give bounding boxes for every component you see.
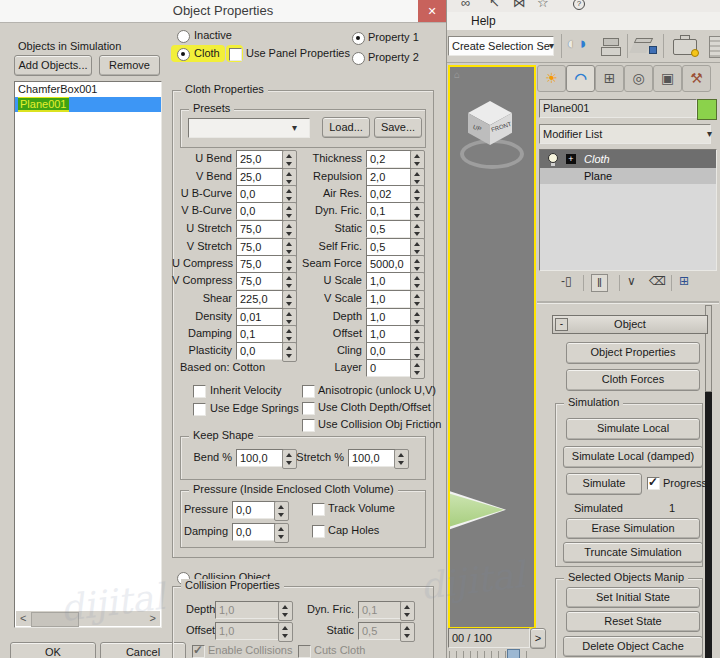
track-volume-checkbox[interactable]	[312, 503, 325, 516]
param-field[interactable]: 25,0	[236, 150, 286, 168]
layer-manager-icon[interactable]	[634, 38, 653, 43]
collapse-minus-icon[interactable]: -	[555, 318, 568, 331]
param-field[interactable]: 0,0	[236, 185, 286, 203]
scroll-left-icon[interactable]: <	[20, 611, 26, 626]
param-field[interactable]: 2,0	[366, 168, 414, 186]
add-objects-button[interactable]: Add Objects...	[14, 55, 92, 76]
property2-radio[interactable]	[352, 52, 365, 65]
collision-static-field[interactable]: 0,5	[358, 622, 404, 640]
tab-create[interactable]: ☀	[537, 65, 566, 92]
cloth-radio[interactable]	[177, 48, 190, 61]
tab-display[interactable]: ▣	[653, 65, 682, 92]
tab-hierarchy[interactable]: ⊞	[595, 65, 624, 92]
list-item[interactable]: ChamferBox001	[15, 82, 161, 97]
spinner[interactable]	[410, 272, 425, 292]
param-field[interactable]: 0,5	[366, 238, 414, 256]
spinner[interactable]	[410, 359, 425, 379]
dialog-titlebar[interactable]: Object Properties ✕	[0, 0, 446, 23]
align-icon[interactable]	[603, 38, 619, 46]
stretch-field[interactable]: 100,0	[348, 449, 400, 467]
pressure-damping-field[interactable]: 0,0	[232, 523, 280, 541]
unlink-selection-icon[interactable]: ↖	[489, 0, 500, 10]
bend-field[interactable]: 100,0	[236, 449, 288, 467]
use-collision-obj-friction-checkbox[interactable]	[302, 419, 315, 432]
param-field[interactable]: 25,0	[236, 168, 286, 186]
param-field[interactable]: 75,0	[236, 238, 286, 256]
expand-plus-icon[interactable]: +	[566, 154, 576, 164]
modifier-on-off-bulb-icon[interactable]	[548, 153, 558, 163]
inherit-velocity-checkbox[interactable]	[193, 385, 206, 398]
use-edge-springs-checkbox[interactable]	[193, 403, 206, 416]
select-and-link-icon[interactable]: ∞	[461, 0, 470, 10]
object-name-field[interactable]: Plane001	[539, 99, 697, 118]
menu-help[interactable]: Help	[471, 14, 496, 28]
tab-motion[interactable]: ◎	[624, 65, 653, 92]
configure-modifier-sets-icon[interactable]: ⊞	[679, 274, 689, 288]
param-field[interactable]: 0,0	[236, 202, 286, 220]
pressure-field[interactable]: 0,0	[232, 501, 280, 519]
param-field[interactable]: 0,1	[366, 202, 414, 220]
param-field[interactable]: 75,0	[236, 272, 286, 290]
modifier-stack-plane-row[interactable]: Plane	[540, 168, 716, 184]
track-bar[interactable]	[449, 651, 533, 658]
spinner[interactable]	[394, 449, 409, 469]
set-initial-state-button[interactable]: Set Initial State	[566, 587, 700, 608]
object-color-swatch[interactable]	[697, 99, 717, 120]
spinner[interactable]	[410, 220, 425, 240]
track-bar-thumb[interactable]	[507, 649, 520, 658]
param-field[interactable]: 0,0	[366, 342, 414, 360]
param-field[interactable]: 0,01	[236, 308, 286, 326]
simulate-local-damped-button[interactable]: Simulate Local (damped)	[563, 446, 703, 468]
param-field[interactable]: 225,0	[236, 290, 286, 308]
cap-holes-checkbox[interactable]	[312, 525, 325, 538]
param-field[interactable]: 1,0	[366, 290, 414, 308]
param-field[interactable]: 1,0	[366, 272, 414, 290]
selection-set-dropdown[interactable]: Create Selection Se	[448, 36, 554, 56]
schematic-view-icon[interactable]	[709, 36, 720, 58]
param-field[interactable]: 0,02	[366, 185, 414, 203]
modifier-stack[interactable]: + Cloth Plane	[539, 149, 717, 271]
layer-field[interactable]: 0	[366, 359, 414, 377]
remove-modifier-icon[interactable]: ⌫	[649, 274, 666, 288]
cuts-cloth-checkbox[interactable]	[298, 645, 311, 658]
delete-object-cache-button[interactable]: Delete Object Cache	[563, 636, 703, 657]
scrollbar-thumb[interactable]	[31, 612, 79, 627]
spinner[interactable]	[274, 501, 289, 521]
show-end-result-icon[interactable]: ‖	[591, 274, 608, 292]
list-horizontal-scrollbar[interactable]: < >	[16, 611, 160, 626]
save-button[interactable]: Save...	[374, 117, 422, 138]
chevron-down-icon[interactable]: ▾	[292, 122, 297, 133]
viewport[interactable]: ⌂ UP FRONT	[448, 65, 536, 629]
load-button[interactable]: Load...	[322, 117, 370, 138]
param-field[interactable]: 0,1	[236, 325, 286, 343]
erase-simulation-button[interactable]: Erase Simulation	[566, 518, 700, 539]
enable-collisions-checkbox[interactable]	[192, 645, 205, 658]
reset-state-button[interactable]: Reset State	[566, 611, 700, 632]
chevron-down-icon[interactable]: ▾	[549, 40, 554, 51]
spinner[interactable]	[274, 523, 289, 543]
spinner[interactable]	[282, 220, 297, 240]
bind-to-spacewarp-icon[interactable]: ⋈	[513, 0, 526, 10]
spinner[interactable]	[278, 622, 293, 642]
param-field[interactable]: 75,0	[236, 255, 286, 273]
modifier-list-dropdown[interactable]: Modifier List	[539, 124, 711, 144]
tab-modify[interactable]: ◠	[566, 65, 595, 92]
spinner[interactable]	[400, 601, 415, 621]
param-field[interactable]: 0,2	[366, 150, 414, 168]
param-field[interactable]: 75,0	[236, 220, 286, 238]
use-panel-properties-checkbox[interactable]	[229, 48, 242, 61]
object-rollout-header[interactable]: - Object	[552, 315, 708, 334]
cloth-forces-button[interactable]: Cloth Forces	[566, 369, 700, 391]
spinner[interactable]	[282, 290, 297, 310]
spinner[interactable]	[410, 150, 425, 170]
list-item-selected[interactable]: Plane001	[15, 97, 161, 112]
param-field[interactable]: 0,5	[366, 220, 414, 238]
mirror-icon[interactable]: ◖	[565, 34, 575, 54]
frame-counter-field[interactable]: 00 / 100	[448, 628, 530, 648]
close-icon[interactable]: ✕	[418, 0, 446, 22]
truncate-simulation-button[interactable]: Truncate Simulation	[563, 542, 703, 563]
use-cloth-depth-offset-checkbox[interactable]	[302, 402, 315, 415]
spinner[interactable]	[278, 601, 293, 621]
remove-button[interactable]: Remove	[99, 55, 160, 76]
spinner[interactable]	[282, 272, 297, 292]
